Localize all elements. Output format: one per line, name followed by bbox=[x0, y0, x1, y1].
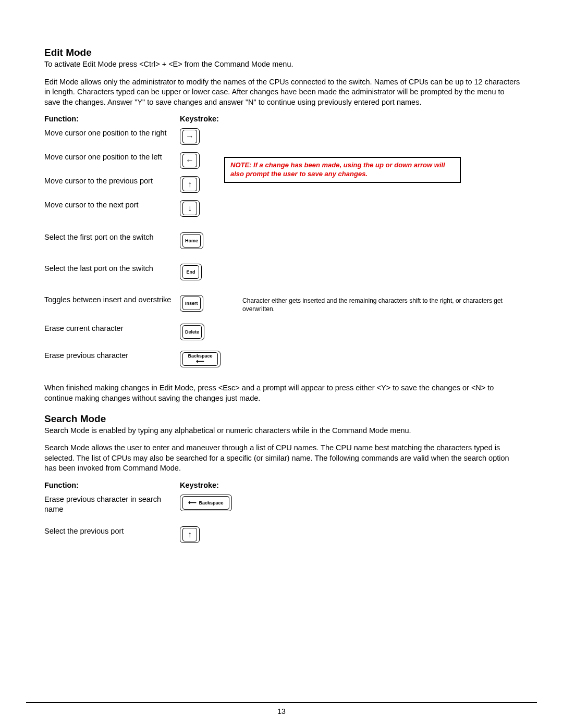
keycap-↑: ↑ bbox=[180, 526, 200, 543]
function-text: Move cursor one position to the left bbox=[44, 152, 180, 163]
row-note: Character either gets inserted and the r… bbox=[242, 295, 521, 313]
function-text: Toggles between insert and overstrike bbox=[44, 295, 180, 305]
keystroke-cell: Insert bbox=[180, 295, 242, 312]
keycap-end: End bbox=[180, 264, 202, 280]
column-header-function: Function: bbox=[44, 481, 180, 489]
table-row: Erase previous character in search name⟵… bbox=[44, 495, 521, 515]
keycap-→: → bbox=[180, 128, 200, 145]
keycap-insert: Insert bbox=[180, 295, 203, 312]
footer-rule bbox=[26, 702, 537, 703]
table-row: Select the first port on the switchHome bbox=[44, 232, 521, 249]
arrow-icon: ↑ bbox=[188, 530, 192, 539]
function-text: Move cursor to the next port bbox=[44, 200, 180, 211]
column-header-keystroke: Keystroke: bbox=[180, 481, 284, 489]
heading-search-mode: Search Mode bbox=[44, 413, 521, 425]
column-header-keystroke: Keystroke: bbox=[180, 115, 284, 123]
heading-edit-mode: Edit Mode bbox=[44, 47, 521, 58]
table-row: Toggles between insert and overstrikeIns… bbox=[44, 295, 521, 313]
keystroke-cell: Backspace⟵ bbox=[180, 351, 242, 367]
keycap-backspace: ⟵Backspace bbox=[180, 495, 232, 511]
paragraph: Search Mode is enabled by typing any alp… bbox=[44, 426, 521, 436]
keystroke-cell: ⟵Backspace bbox=[180, 495, 242, 511]
backspace-label: Backspace⟵ bbox=[188, 354, 212, 364]
keystroke-cell: ↓ bbox=[180, 200, 242, 217]
arrow-icon: ← bbox=[186, 156, 194, 165]
table-row: Move cursor one position to the right→ bbox=[44, 128, 521, 145]
keystroke-cell: ↑ bbox=[180, 526, 242, 543]
function-text: Erase current character bbox=[44, 324, 180, 334]
arrow-icon: ↓ bbox=[188, 204, 192, 213]
function-text: Select the last port on the switch bbox=[44, 264, 180, 274]
function-text: Erase previous character in search name bbox=[44, 495, 180, 515]
page-number: 13 bbox=[0, 707, 563, 715]
keystroke-cell: → bbox=[180, 128, 242, 145]
keycap-home: Home bbox=[180, 232, 203, 249]
keycap-←: ← bbox=[180, 152, 200, 169]
paragraph: Search Mode allows the user to enter and… bbox=[44, 443, 521, 474]
keystroke-cell: Delete bbox=[180, 324, 242, 340]
function-text: Move cursor to the previous port bbox=[44, 176, 180, 187]
function-text: Select the first port on the switch bbox=[44, 232, 180, 243]
function-text: Move cursor one position to the right bbox=[44, 128, 180, 139]
note-box: NOTE: If a change has been made, using t… bbox=[224, 157, 461, 183]
paragraph: Edit Mode allows only the administrator … bbox=[44, 77, 521, 108]
column-header-function: Function: bbox=[44, 115, 180, 123]
keystroke-cell: End bbox=[180, 264, 242, 280]
table-row: Erase current characterDelete bbox=[44, 324, 521, 340]
arrow-icon: ↑ bbox=[188, 180, 192, 189]
arrow-icon: → bbox=[186, 132, 194, 141]
table-row: Select the previous port↑ bbox=[44, 526, 521, 543]
function-text: Erase previous character bbox=[44, 351, 180, 361]
backspace-label: Backspace bbox=[199, 500, 223, 505]
paragraph: When finished making changes in Edit Mod… bbox=[44, 383, 521, 403]
table-row: Erase previous characterBackspace⟵ bbox=[44, 351, 521, 367]
paragraph: To activate Edit Mode press <Ctrl> + <E>… bbox=[44, 59, 521, 70]
arrow-left-icon: ⟵ bbox=[196, 359, 204, 364]
keystroke-cell: Home bbox=[180, 232, 242, 249]
keycap-↑: ↑ bbox=[180, 176, 200, 193]
keycap-backspace: Backspace⟵ bbox=[180, 351, 221, 367]
table-row: Select the last port on the switchEnd bbox=[44, 264, 521, 280]
arrow-left-icon: ⟵ bbox=[188, 499, 197, 506]
function-text: Select the previous port bbox=[44, 526, 180, 537]
keycap-delete: Delete bbox=[180, 324, 204, 340]
table-row: Move cursor to the next port↓ bbox=[44, 200, 521, 217]
keycap-↓: ↓ bbox=[180, 200, 200, 217]
